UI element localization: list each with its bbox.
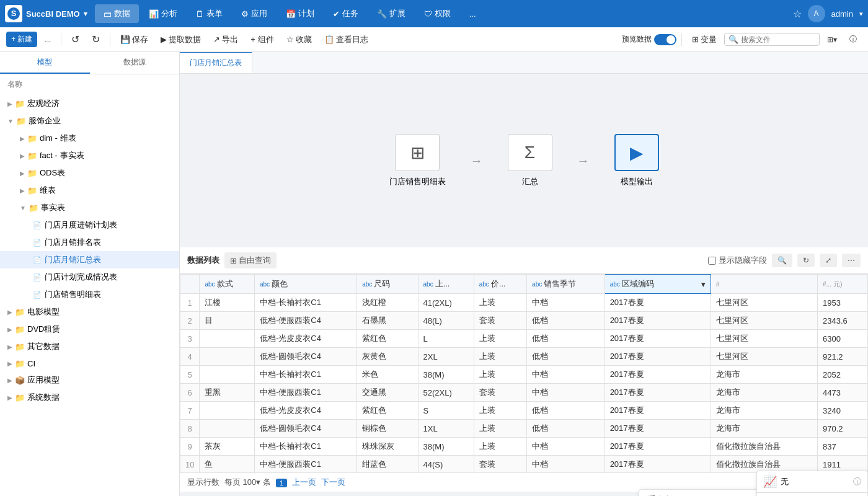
save-button[interactable]: 💾 保存 — [115, 32, 153, 48]
rp-no-label: 无 — [781, 476, 789, 487]
tree-item-monthly-summary[interactable]: 📄 门店月销汇总表 — [0, 251, 179, 268]
tree-item-other[interactable]: ▶ 📁 其它数据 — [0, 338, 179, 355]
col-region-header[interactable]: abc 区域编码 ▾ — [604, 275, 711, 294]
tree-item-sales-detail[interactable]: 📄 门店销售明细表 — [0, 286, 179, 303]
folder-icon-fact: 📁 — [27, 151, 37, 161]
tree-item-macro[interactable]: ▶ 📁 宏观经济 — [0, 95, 179, 112]
nav-extend[interactable]: 🔧 扩展 — [368, 4, 414, 23]
nav-more[interactable]: ... — [461, 4, 485, 23]
row-c6-cell: 低档 — [527, 312, 605, 330]
collect-button[interactable]: ☆ 收藏 — [281, 32, 317, 48]
prev-page-btn[interactable]: 上一页 — [292, 477, 316, 488]
row-c7-cell: 2017春夏 — [604, 348, 711, 366]
fullscreen-btn[interactable]: ⤢ — [820, 254, 837, 267]
col-num2-header[interactable]: #... 元) — [818, 275, 868, 294]
flow-node-detail[interactable]: ⊞ 门店销售明细表 — [389, 134, 446, 187]
nav-analysis[interactable]: 📊 分析 — [140, 4, 186, 23]
nav-task-label: 任务 — [342, 8, 358, 19]
flow-node-output[interactable]: ▶ 模型输出 — [614, 134, 659, 187]
search-fields-btn[interactable]: 🔍 — [772, 254, 792, 267]
page-num-label: 1 — [276, 478, 287, 487]
user-name[interactable]: admin — [831, 9, 853, 19]
flow-node-summary[interactable]: Σ 汇总 — [508, 134, 552, 187]
user-arrow[interactable]: ▾ — [859, 10, 863, 18]
col-top-header[interactable]: abc 上... — [418, 275, 474, 294]
row-num-cell: 6 — [180, 384, 200, 402]
tree-item-monthly-rank[interactable]: 📄 门店月销排名表 — [0, 234, 179, 251]
search-input[interactable] — [741, 35, 815, 44]
tree-item-dvd[interactable]: ▶ 📁 DVD租赁 — [0, 321, 179, 338]
main-area: 门店月销汇总表 ⊞ 门店销售明细表 → Σ 汇总 → — [180, 52, 868, 496]
nav-data[interactable]: 🗃 数据 — [95, 4, 139, 23]
tree-item-monthly-plan[interactable]: 📄 门店月度进销计划表 — [0, 216, 179, 234]
folder-icon-movie: 📁 — [15, 307, 25, 317]
tree-item-ci[interactable]: ▶ 📁 CI — [0, 355, 179, 371]
export-button[interactable]: ↗ 导出 — [208, 32, 243, 48]
table-more-btn[interactable]: ⋯ — [842, 254, 861, 267]
col-size-header[interactable]: abc 尺码 — [357, 275, 418, 294]
row-c7-cell: 2017春夏 — [604, 384, 711, 402]
refresh-btn[interactable]: ↻ — [797, 254, 815, 267]
col-price-label: 价... — [491, 278, 506, 290]
flow-node-detail-box: ⊞ — [395, 134, 440, 171]
variable-button[interactable]: ⊞ 变量 — [687, 32, 722, 48]
tree-label-monthly-plan: 门店月度进销计划表 — [45, 219, 117, 231]
new-button[interactable]: + 新建 — [6, 32, 37, 47]
more-button[interactable]: ... — [40, 33, 56, 46]
component-button[interactable]: + 组件 — [246, 32, 278, 48]
tree-item-fact[interactable]: ▶ 📁 fact - 事实表 — [0, 147, 179, 164]
tree-item-sysdata[interactable]: ▶ 📁 系统数据 — [0, 389, 179, 406]
row-c5-cell: 上装 — [474, 420, 526, 438]
nav-items: 🗃 数据 📊 分析 🗒 表单 ⚙ 应用 📅 计划 ✔ 任务 🔧 扩展 🛡 — [95, 4, 793, 23]
page-tab-summary[interactable]: 门店月销汇总表 — [180, 52, 252, 73]
col-color-header[interactable]: abc 颜色 — [254, 275, 356, 294]
grid-layout-button[interactable]: ⊞▾ — [822, 33, 842, 46]
dropdown-arrow-icon[interactable]: ▾ — [701, 280, 706, 289]
sidebar-tab-model[interactable]: 模型 — [0, 52, 90, 74]
tree-item-movie[interactable]: ▶ 📁 电影模型 — [0, 303, 179, 321]
col-price-header[interactable]: abc 价... — [474, 275, 526, 294]
page-num[interactable]: 1 — [276, 479, 287, 487]
col-style-header[interactable]: abc 款式 — [200, 275, 255, 294]
col-num1-type: # — [716, 281, 720, 288]
col-num1-header[interactable]: # — [711, 275, 817, 294]
nav-permission[interactable]: 🛡 权限 — [415, 4, 459, 23]
info-button[interactable]: ⓘ — [844, 32, 862, 47]
next-page-btn[interactable]: 下一页 — [321, 477, 345, 488]
show-rows-label: 显示行数 — [187, 477, 219, 488]
user-avatar[interactable]: A — [808, 5, 825, 22]
nav-task[interactable]: ✔ 任务 — [324, 4, 367, 23]
query-button[interactable]: ⊞ 自由查询 — [224, 252, 277, 268]
col-season-type: abc — [532, 281, 542, 288]
log-button[interactable]: 📋 查看日志 — [319, 32, 373, 48]
col-size-type: abc — [362, 281, 372, 288]
tree-item-plan-completion[interactable]: 📄 门店计划完成情况表 — [0, 268, 179, 286]
tree-item-ods[interactable]: ▶ 📁 ODS表 — [0, 164, 179, 182]
per-page-label[interactable]: 每页 100▾ 条 — [224, 477, 271, 488]
undo-button[interactable]: ↺ — [66, 31, 84, 48]
row-c1-cell — [200, 402, 255, 420]
preview-toggle[interactable] — [654, 34, 676, 45]
file-icon-4: 📄 — [32, 272, 42, 282]
tree-item-dim[interactable]: ▶ 📁 dim - 维表 — [0, 130, 179, 147]
tree-item-appmodel[interactable]: ▶ 📦 应用模型 — [0, 371, 179, 389]
star-icon[interactable]: ☆ — [793, 8, 802, 20]
tree-item-dim2[interactable]: ▶ 📁 维表 — [0, 182, 179, 199]
row-c6-cell: 中档 — [527, 438, 605, 456]
brand-logo-area[interactable]: S SuccBI DEMO ▾ — [5, 5, 87, 22]
row-c2-cell: 低档-圆领毛衣C4 — [254, 348, 356, 366]
sidebar-tab-datasource[interactable]: 数据源 — [90, 52, 180, 74]
redo-button[interactable]: ↻ — [87, 31, 105, 48]
show-hidden-label[interactable]: 显示隐藏字段 — [708, 255, 767, 266]
show-hidden-checkbox[interactable] — [708, 257, 716, 265]
tree-item-fashion[interactable]: ▼ 📁 服饰企业 — [0, 112, 179, 130]
tree-item-fact2[interactable]: ▼ 📁 事实表 — [0, 199, 179, 216]
nav-plan[interactable]: 📅 计划 — [277, 4, 323, 23]
nav-app[interactable]: ⚙ 应用 — [232, 4, 276, 23]
row-c2-cell: 低档-光皮皮衣C4 — [254, 402, 356, 420]
col-season-header[interactable]: abc 销售季节 — [527, 275, 605, 294]
nav-form[interactable]: 🗒 表单 — [187, 4, 231, 23]
tree-label-sales-detail: 门店销售明细表 — [45, 289, 101, 300]
ctx-rename[interactable]: 重命名 — [639, 490, 774, 496]
fetch-button[interactable]: ▶ 提取数据 — [156, 32, 206, 48]
